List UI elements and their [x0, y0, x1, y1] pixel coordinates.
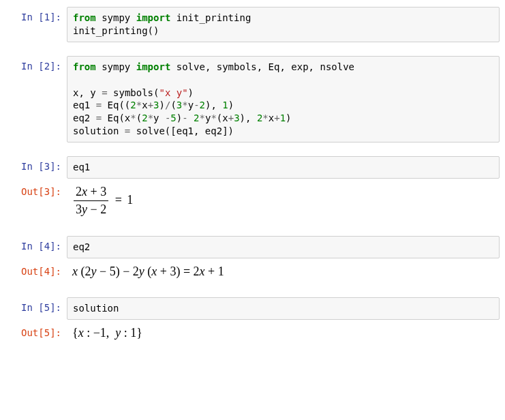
output-cell: Out[4]: x (2y − 5) − 2y (x + 3) = 2x + 1 — [5, 260, 500, 285]
input-prompt: In [2]: — [5, 56, 67, 76]
code-cell: In [4]: eq2 — [5, 235, 500, 260]
math-output: x (2y − 5) − 2y (x + 3) = 2x + 1 — [67, 261, 500, 284]
code-cell: In [5]: solution — [5, 296, 500, 321]
input-prompt: In [3]: — [5, 156, 67, 176]
code-cell: In [2]: from sympy import solve, symbols… — [5, 55, 500, 144]
output-prompt: Out[5]: — [5, 322, 67, 342]
output-cell: Out[5]: {x : −1, y : 1} — [5, 321, 500, 346]
code-input-area[interactable]: from sympy import solve, symbols, Eq, ex… — [67, 56, 500, 142]
output-prompt: Out[4]: — [5, 261, 67, 281]
code-cell: In [3]: eq1 — [5, 155, 500, 180]
code-cell: In [1]: from sympy import init_printing … — [5, 5, 500, 44]
input-prompt: In [1]: — [5, 7, 67, 27]
eq1-numerator: 2x + 3 — [76, 185, 106, 198]
solution-expression: {x : −1, y : 1} — [72, 326, 142, 340]
input-prompt: In [5]: — [5, 297, 67, 317]
code-input-area[interactable]: eq1 — [67, 156, 500, 179]
eq1-rhs: 1 — [127, 193, 133, 207]
math-output: 2x + 3 3y − 2 = 1 — [67, 181, 500, 222]
eq2-expression: x (2y − 5) − 2y (x + 3) = 2x + 1 — [72, 265, 224, 278]
output-prompt: Out[3]: — [5, 181, 67, 201]
eq1-denominator: 3y − 2 — [76, 202, 106, 216]
code-input-area[interactable]: solution — [67, 297, 500, 320]
input-prompt: In [4]: — [5, 236, 67, 256]
output-cell: Out[3]: 2x + 3 3y − 2 = 1 — [5, 180, 500, 224]
math-output: {x : −1, y : 1} — [67, 322, 500, 345]
code-input-area[interactable]: eq2 — [67, 236, 500, 258]
code-input-area[interactable]: from sympy import init_printing init_pri… — [67, 7, 500, 42]
